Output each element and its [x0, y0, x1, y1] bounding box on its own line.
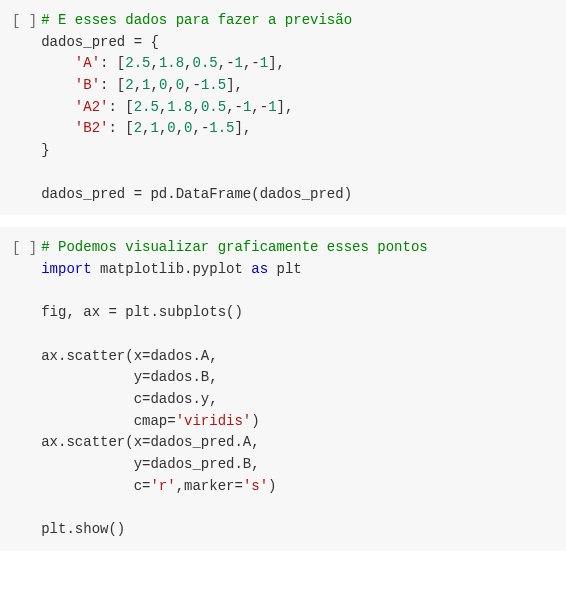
code-token: [41, 120, 75, 136]
code-token: 1.8: [167, 99, 192, 115]
code-token: ],: [235, 120, 252, 136]
code-token: 0.5: [193, 55, 218, 71]
code-token: ): [268, 478, 276, 494]
code-token: 1.5: [209, 120, 234, 136]
code-token: 2: [134, 120, 142, 136]
code-token: [41, 77, 75, 93]
code-token: cmap=: [41, 413, 175, 429]
code-token: : [: [108, 99, 133, 115]
code-token: 'A2': [75, 99, 109, 115]
code-token: 1: [235, 55, 243, 71]
code-cell[interactable]: [ ]# E esses dados para fazer a previsão…: [0, 0, 566, 215]
code-token: ,-: [218, 55, 235, 71]
code-token: 'viridis': [176, 413, 252, 429]
code-token: 'B': [75, 77, 100, 93]
code-token: 0: [184, 120, 192, 136]
code-token: [41, 55, 75, 71]
code-token: [41, 99, 75, 115]
code-token: 's': [243, 478, 268, 494]
code-token: # E esses dados para fazer a previsão: [41, 12, 352, 28]
code-token: c=: [41, 478, 150, 494]
code-token: dados_pred = {: [41, 34, 159, 50]
code-token: ],: [226, 77, 243, 93]
code-token: ,-: [226, 99, 243, 115]
code-token: ): [251, 413, 259, 429]
code-token: 2.5: [125, 55, 150, 71]
code-token: ax.scatter(x=dados_pred.A,: [41, 434, 259, 450]
code-token: y=dados.B,: [41, 369, 217, 385]
code-token: plt.show(): [41, 521, 125, 537]
code-token: ax.scatter(x=dados.A,: [41, 348, 217, 364]
code-token: 'B2': [75, 120, 109, 136]
code-token: 1: [150, 120, 158, 136]
code-token: dados_pred = pd.DataFrame(dados_pred): [41, 186, 352, 202]
code-token: ,: [134, 77, 142, 93]
code-token: matplotlib.pyplot: [92, 261, 252, 277]
code-cell[interactable]: [ ]# Podemos visualizar graficamente ess…: [0, 227, 566, 551]
code-token: ,-: [243, 55, 260, 71]
code-token: ,: [167, 77, 175, 93]
code-token: import: [41, 261, 91, 277]
code-token: ,: [176, 120, 184, 136]
code-token: 1: [260, 55, 268, 71]
code-token: 1.5: [201, 77, 226, 93]
code-token: 1.8: [159, 55, 184, 71]
code-token: 0: [176, 77, 184, 93]
run-button[interactable]: [ ]: [12, 11, 37, 33]
code-token: ,-: [184, 77, 201, 93]
code-content[interactable]: # Podemos visualizar graficamente esses …: [41, 237, 427, 541]
code-token: }: [41, 142, 49, 158]
code-token: ,: [193, 99, 201, 115]
code-token: ],: [277, 99, 294, 115]
code-token: 2.5: [134, 99, 159, 115]
code-token: 'r': [150, 478, 175, 494]
code-token: ,: [150, 77, 158, 93]
code-token: fig, ax = plt.subplots(): [41, 304, 243, 320]
code-token: : [: [108, 120, 133, 136]
code-token: ,: [150, 55, 158, 71]
code-token: 2: [125, 77, 133, 93]
code-token: c=dados.y,: [41, 391, 217, 407]
code-token: ,-: [193, 120, 210, 136]
code-token: y=dados_pred.B,: [41, 456, 259, 472]
code-token: ,marker=: [176, 478, 243, 494]
code-token: 1: [268, 99, 276, 115]
code-token: ,-: [251, 99, 268, 115]
run-button[interactable]: [ ]: [12, 238, 37, 260]
code-token: ,: [184, 55, 192, 71]
code-token: as: [251, 261, 268, 277]
code-token: 0: [167, 120, 175, 136]
code-token: ],: [268, 55, 285, 71]
code-token: 'A': [75, 55, 100, 71]
code-content[interactable]: # E esses dados para fazer a previsão da…: [41, 10, 352, 205]
code-token: plt: [268, 261, 302, 277]
code-token: # Podemos visualizar graficamente esses …: [41, 239, 427, 255]
code-token: 0.5: [201, 99, 226, 115]
code-token: : [: [100, 77, 125, 93]
code-token: : [: [100, 55, 125, 71]
